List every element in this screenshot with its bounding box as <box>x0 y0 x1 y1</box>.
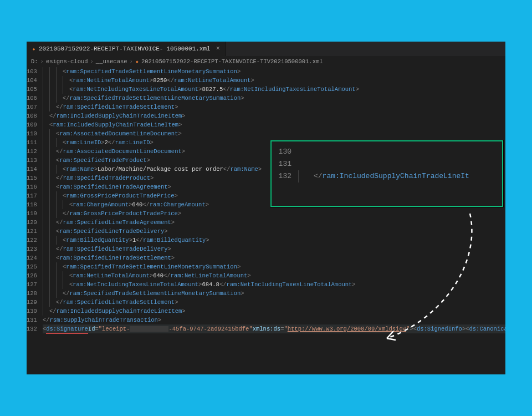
callout-line-130: </ram:IncludedSupplyChainTradeLineIt <box>298 170 502 182</box>
code-line[interactable]: <ram:BilledQuantity>1</ram:BilledQuantit… <box>43 236 505 245</box>
redacted-block <box>130 326 168 332</box>
code-line[interactable]: </ram:IncludedSupplyChainTradeLineItem> <box>43 111 505 120</box>
close-icon[interactable]: × <box>216 45 220 53</box>
code-line-highlighted[interactable]: <ds:Signature Id="leceipt--45fa-9747-2ad… <box>43 324 505 333</box>
breadcrumb-separator: › <box>130 58 133 65</box>
breadcrumb[interactable]: D: › esigns-cloud › __usecase › ⬥ 202105… <box>27 56 505 67</box>
line-number: 128 <box>27 289 37 298</box>
line-number: 122 <box>27 236 37 245</box>
code-line[interactable]: </ram:SpecifiedLineTradeAgreement> <box>43 218 505 227</box>
line-number: 124 <box>27 253 37 262</box>
code-line[interactable]: <ram:IncludedSupplyChainTradeLineItem> <box>43 120 505 129</box>
code-line[interactable]: </ram:SpecifiedTradeSettlementLineMoneta… <box>43 289 505 298</box>
callout-line-number: 132 <box>272 170 291 182</box>
tab-filename-part1: 20210507152922-RECEIPT-TAXINVOICE- <box>39 45 163 52</box>
line-number: 131 <box>27 316 37 324</box>
callout-line-number: 131 <box>272 158 291 170</box>
line-number: 116 <box>27 182 37 191</box>
tab-bar: ⬥ 20210507152922-RECEIPT-TAXINVOICE- 105… <box>27 42 505 56</box>
line-number: 112 <box>27 147 37 156</box>
line-number: 117 <box>27 191 37 200</box>
line-number: 115 <box>27 174 37 182</box>
breadcrumb-folder2: __usecase <box>96 58 127 65</box>
line-number: 126 <box>27 271 37 280</box>
zoom-callout: 130 131 132 </ram:IncludedSupplyChainTra… <box>270 140 503 207</box>
code-line[interactable]: </ram:SpecifiedLineTradeDelivery> <box>43 245 505 253</box>
line-number: 104 <box>27 76 37 85</box>
line-number: 132 <box>27 324 37 333</box>
line-number: 121 <box>27 227 37 236</box>
callout-gutter: 130 131 132 <box>272 146 298 201</box>
breadcrumb-drive: D: <box>31 58 38 65</box>
file-tab[interactable]: ⬥ 20210507152922-RECEIPT-TAXINVOICE- 105… <box>27 42 226 56</box>
code-line[interactable]: </ram:IncludedSupplyChainTradeLineItem> <box>43 307 505 316</box>
line-number: 118 <box>27 200 37 209</box>
xml-file-icon: ⬥ <box>135 58 139 65</box>
code-line[interactable]: </ram:SpecifiedLineTradeSettlement> <box>43 103 505 111</box>
line-number: 127 <box>27 280 37 289</box>
code-line[interactable]: </ram:SpecifiedLineTradeSettlement> <box>43 298 505 307</box>
line-number: 119 <box>27 209 37 218</box>
tab-filename-part2: 10500001.xml <box>166 45 210 52</box>
line-number: 129 <box>27 298 37 307</box>
code-line[interactable]: <ram:SpecifiedLineTradeSettlement> <box>43 253 505 262</box>
line-number: 113 <box>27 156 37 165</box>
line-number: 123 <box>27 245 37 253</box>
line-number: 111 <box>27 138 37 147</box>
line-number: 120 <box>27 218 37 227</box>
callout-line-number: 130 <box>272 146 291 158</box>
line-number: 109 <box>27 120 37 129</box>
line-number: 107 <box>27 103 37 111</box>
line-number: 125 <box>27 262 37 271</box>
code-content[interactable]: <ram:SpecifiedTradeSettlementLineMonetar… <box>43 67 505 374</box>
breadcrumb-filename: 20210507152922-RECEIPT-TAXINVOICE-TIV202… <box>141 58 323 65</box>
breadcrumb-separator: › <box>90 58 94 65</box>
code-line[interactable]: </ram:GrossPriceProductTradePrice> <box>43 209 505 218</box>
code-line[interactable]: <ram:AssociatedDocumentLineDocument> <box>43 129 505 138</box>
line-number: 130 <box>27 307 37 316</box>
breadcrumb-separator: › <box>40 58 44 65</box>
code-line[interactable]: <ram:SpecifiedTradeSettlementLineMonetar… <box>43 262 505 271</box>
line-number: 106 <box>27 94 37 103</box>
code-line[interactable]: <ram:NetLineTotalAmount>640</ram:NetLine… <box>43 271 505 280</box>
code-line[interactable]: <ram:NetIncludingTaxesLineTotalAmount>88… <box>43 85 505 94</box>
code-line[interactable]: <ram:NetLineTotalAmount>8250</ram:NetLin… <box>43 76 505 85</box>
line-number-gutter: 1031041051061071081091101111121131141151… <box>27 67 43 374</box>
breadcrumb-folder1: esigns-cloud <box>46 58 88 65</box>
code-line[interactable]: </rsm:SupplyChainTradeTransaction> <box>43 316 505 324</box>
line-number: 110 <box>27 129 37 138</box>
callout-code: </ram:IncludedSupplyChainTradeLineIt </r… <box>298 146 502 201</box>
code-area[interactable]: 1031041051061071081091101111121131141151… <box>27 67 505 374</box>
xml-file-icon: ⬥ <box>32 46 35 52</box>
line-number: 105 <box>27 85 37 94</box>
code-line[interactable]: <ram:SpecifiedLineTradeDelivery> <box>43 227 505 236</box>
code-line[interactable]: <ram:NetIncludingTaxesLineTotalAmount>68… <box>43 280 505 289</box>
line-number: 103 <box>27 67 37 76</box>
line-number: 108 <box>27 111 37 120</box>
line-number: 114 <box>27 165 37 174</box>
code-line[interactable]: <ram:SpecifiedTradeSettlementLineMonetar… <box>43 67 505 76</box>
code-line[interactable]: </ram:SpecifiedTradeSettlementLineMoneta… <box>43 94 505 103</box>
editor-window: ⬥ 20210507152922-RECEIPT-TAXINVOICE- 105… <box>27 42 505 374</box>
